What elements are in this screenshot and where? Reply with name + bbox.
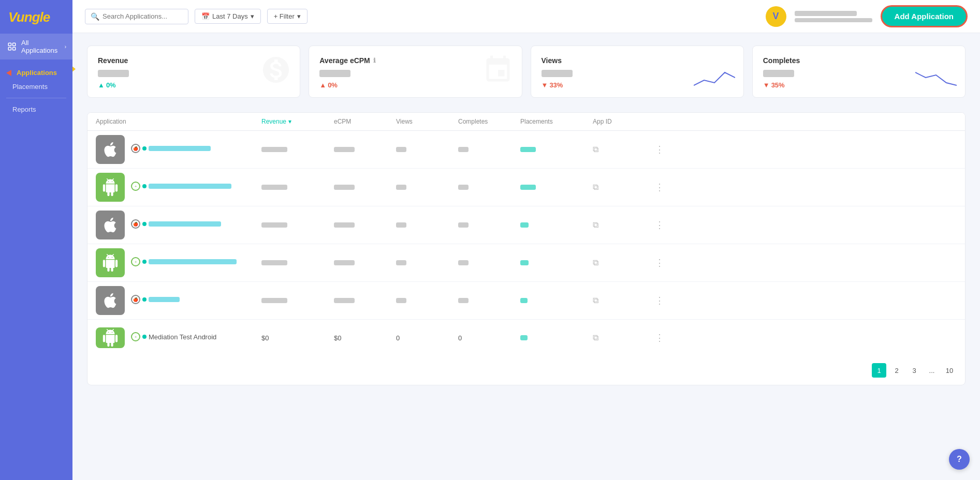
more-options-icon[interactable]: ⋮ — [655, 182, 665, 192]
app-meta: + Mediation Test Android — [131, 332, 216, 343]
info-icon-ecpm[interactable]: ℹ — [373, 57, 376, 64]
stat-title-views: Views — [542, 56, 733, 65]
stat-card-views: Views ▼ 33% — [531, 46, 744, 98]
app-cell: 🍎 — [96, 286, 261, 315]
table-row: 🍎 ⧉ ⋮ — [87, 282, 965, 320]
cell-ecpm — [334, 298, 396, 303]
ios-badge: 🍎 — [131, 295, 140, 304]
stat-value-revenue — [98, 70, 129, 77]
app-row-icons: + — [131, 182, 231, 191]
cell-completes — [458, 260, 520, 265]
user-info — [795, 11, 872, 22]
cell-revenue — [261, 222, 334, 228]
more-options-icon[interactable]: ⋮ — [655, 144, 665, 155]
search-input[interactable] — [103, 12, 183, 20]
app-cell: 🍎 — [96, 135, 261, 164]
sidebar: Vungle All Applications › Applications P — [0, 0, 72, 480]
cell-completes: 0 — [458, 334, 520, 342]
cell-completes — [458, 185, 520, 190]
app-meta: 🍎 — [131, 144, 211, 155]
search-box[interactable]: 🔍 — [85, 9, 188, 24]
cell-views: 0 — [396, 334, 458, 342]
app-icon-ios — [96, 135, 125, 164]
app-row-icons: 🍎 — [131, 144, 211, 153]
page-btn-2[interactable]: 2 — [889, 363, 904, 378]
sidebar-item-placements[interactable]: Placements — [0, 79, 72, 95]
cell-ecpm — [334, 185, 396, 190]
more-options-icon[interactable]: ⋮ — [655, 258, 665, 268]
page-btn-10[interactable]: 10 — [942, 363, 957, 378]
filter-button[interactable]: + Filter ▾ — [267, 9, 308, 24]
sort-icon: ▾ — [288, 118, 291, 125]
app-cell: + — [96, 173, 261, 202]
copy-icon[interactable]: ⧉ — [593, 220, 598, 229]
date-filter-label: Last 7 Days — [212, 12, 248, 20]
more-options-icon[interactable]: ⋮ — [655, 220, 665, 230]
help-button[interactable]: ? — [949, 449, 970, 470]
cell-more: ⋮ — [655, 144, 676, 155]
more-options-icon[interactable]: ⋮ — [655, 295, 665, 306]
th-placements: Placements — [520, 118, 593, 125]
copy-icon[interactable]: ⧉ — [593, 183, 598, 191]
search-icon: 🔍 — [91, 12, 99, 21]
app-name-mediation: Mediation Test Android — [149, 333, 216, 341]
cell-more: ⋮ — [655, 219, 676, 231]
th-actions — [655, 118, 676, 125]
arrow-up-icon: ▲ — [98, 81, 105, 89]
stat-card-ecpm: Average eCPM ℹ ▲ 0% — [309, 46, 522, 98]
cell-app-id: ⧉ — [593, 220, 655, 230]
android-badge: + — [131, 257, 140, 266]
app-cell: + Mediation Test Android — [96, 327, 261, 348]
main-content: 🔍 📅 Last 7 Days ▾ + Filter ▾ V Add Appli… — [72, 0, 980, 480]
table-header: Application Revenue ▾ eCPM Views Complet… — [87, 113, 965, 131]
cell-app-id: ⧉ — [593, 296, 655, 305]
status-dot — [142, 335, 147, 339]
cell-more: ⋮ — [655, 332, 676, 343]
svg-rect-2 — [8, 48, 11, 50]
cell-placements — [520, 147, 593, 152]
stat-value-completes — [763, 70, 794, 77]
app-meta: 🍎 — [131, 219, 221, 231]
more-options-icon[interactable]: ⋮ — [655, 333, 665, 343]
app-meta: + — [131, 257, 237, 268]
cell-revenue — [261, 260, 334, 265]
page-btn-3[interactable]: 3 — [907, 363, 922, 378]
cell-placements — [520, 260, 593, 265]
cell-views — [396, 185, 458, 190]
user-email — [795, 18, 872, 22]
logo: Vungle — [0, 0, 72, 34]
app-row-icons: + — [131, 257, 237, 266]
app-name — [149, 259, 237, 264]
cell-revenue: $0 — [261, 334, 334, 342]
mini-chart-views — [694, 67, 735, 90]
table-row: + ⧉ ⋮ — [87, 244, 965, 282]
cell-completes — [458, 222, 520, 228]
topbar-left: 🔍 📅 Last 7 Days ▾ + Filter ▾ — [85, 9, 308, 24]
date-filter-button[interactable]: 📅 Last 7 Days ▾ — [195, 9, 261, 24]
copy-icon[interactable]: ⧉ — [593, 333, 598, 342]
cell-app-id: ⧉ — [593, 333, 655, 342]
sidebar-divider — [6, 98, 66, 98]
copy-icon[interactable]: ⧉ — [593, 145, 598, 154]
topbar-right: V Add Application — [766, 5, 968, 27]
page-btn-1[interactable]: 1 — [872, 363, 886, 378]
cell-more: ⋮ — [655, 295, 676, 306]
app-icon-android — [96, 327, 125, 348]
sidebar-applications-label[interactable]: Applications — [0, 59, 72, 79]
stat-value-ecpm — [319, 70, 350, 77]
th-revenue[interactable]: Revenue ▾ — [261, 118, 334, 125]
status-dot — [142, 260, 147, 264]
add-application-button[interactable]: Add Application — [881, 5, 968, 27]
copy-icon[interactable]: ⧉ — [593, 258, 598, 267]
svg-rect-0 — [8, 43, 11, 46]
app-meta: + — [131, 182, 231, 193]
sidebar-item-reports[interactable]: Reports — [0, 101, 72, 117]
app-cell: 🍎 — [96, 211, 261, 239]
cell-ecpm: $0 — [334, 334, 396, 342]
android-badge: + — [131, 332, 140, 341]
sidebar-item-all-applications[interactable]: All Applications › — [0, 34, 72, 59]
copy-icon[interactable]: ⧉ — [593, 296, 598, 305]
ios-badge: 🍎 — [131, 219, 140, 229]
user-name — [795, 11, 857, 16]
topbar: 🔍 📅 Last 7 Days ▾ + Filter ▾ V Add Appli… — [72, 0, 980, 33]
